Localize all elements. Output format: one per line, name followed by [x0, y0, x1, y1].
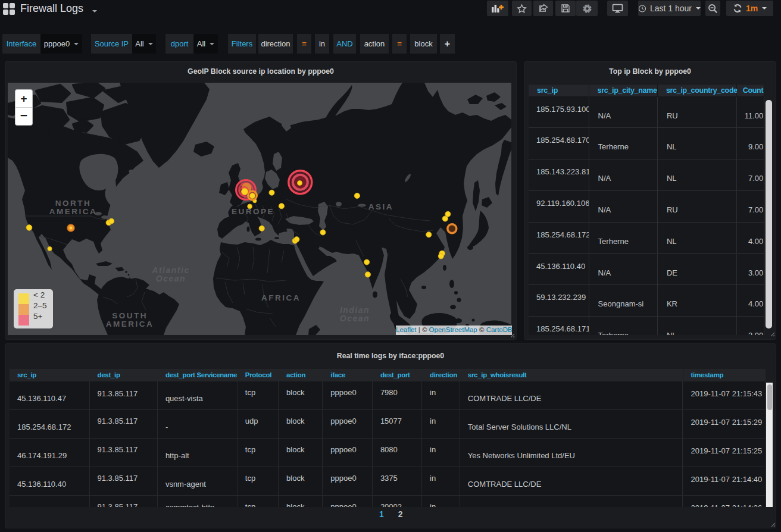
svg-text:ASIA: ASIA	[368, 202, 393, 211]
svg-text:Ocean: Ocean	[340, 314, 370, 323]
svg-text:AMERICA: AMERICA	[106, 320, 154, 328]
svg-text:SOUTH: SOUTH	[112, 311, 148, 320]
svg-text:Ocean: Ocean	[156, 274, 186, 283]
svg-text:EUROPE: EUROPE	[232, 207, 274, 216]
svg-text:NORTH: NORTH	[55, 199, 92, 208]
svg-text:AMERICA: AMERICA	[49, 207, 98, 216]
svg-text:AFRICA: AFRICA	[261, 293, 301, 302]
